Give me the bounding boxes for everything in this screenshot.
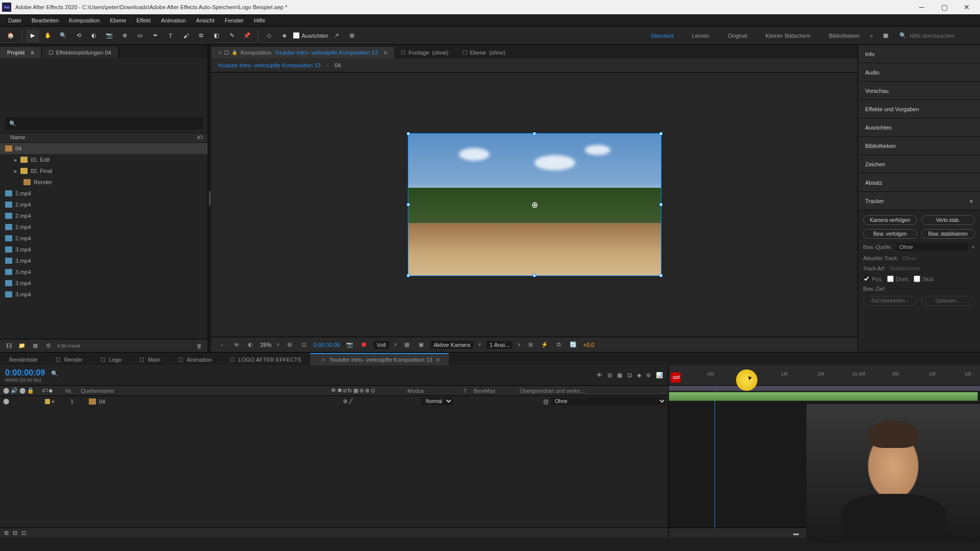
brush-tool[interactable]: 🖌 (179, 29, 192, 42)
interpret-footage-icon[interactable]: 🎞 (4, 341, 13, 350)
time-indicator-head[interactable]: :00f (671, 372, 681, 383)
collapse-transform-icon[interactable]: ⊕ (343, 398, 348, 404)
tag-icon[interactable]: 🏷 (197, 134, 203, 141)
motion-blur-icon[interactable]: ⊚ (646, 372, 651, 379)
anchor-point-icon[interactable]: ⊕ (531, 200, 538, 210)
pan-behind-tool[interactable]: ⊕ (118, 29, 131, 42)
tracker-panel-header[interactable]: Tracker ≡ (858, 192, 980, 210)
shy-icon[interactable]: 👁 (597, 372, 602, 379)
col-t[interactable]: T (460, 388, 471, 394)
shape-tool[interactable]: ▭ (133, 29, 146, 42)
project-item[interactable]: 04 (0, 143, 208, 154)
video-toggle-icon[interactable]: ⬤ (3, 387, 9, 394)
video-toggle[interactable]: ⬤ (3, 398, 9, 405)
layer-name[interactable]: 04 (99, 398, 105, 405)
panel-header[interactable]: Info (858, 45, 980, 63)
timeline-tab[interactable]: Animation (169, 354, 221, 365)
comp-tab[interactable]: ×🔒KompositionYoutube Intro- verknüpfte K… (211, 47, 394, 58)
workspace-tab[interactable]: Lernen (688, 31, 714, 41)
project-item[interactable]: 2.mp4 (0, 233, 208, 244)
timeline-tab[interactable]: ×Youtube Intro- verknüpfte Komposition 1… (310, 353, 449, 365)
workspace-tab[interactable]: Original (724, 31, 751, 41)
playhead[interactable] (715, 391, 715, 528)
timeline-tab[interactable]: Render (47, 354, 92, 365)
project-item[interactable]: ▸02. Final (0, 165, 208, 177)
zoom-level[interactable]: 25% (260, 342, 272, 348)
maximize-button[interactable]: ▢ (933, 0, 955, 14)
panel-menu-icon[interactable]: ≡ (31, 49, 34, 56)
stabilize-motion-button[interactable]: Bew. stabilisieren (921, 229, 975, 239)
workspace-tab[interactable]: Standard (647, 31, 678, 41)
eraser-tool[interactable]: ◧ (210, 29, 223, 42)
comp-tab[interactable]: Footage(ohne) (394, 47, 455, 58)
help-search[interactable]: 🔍 (894, 32, 976, 39)
expand-icon[interactable]: ▸ (14, 157, 17, 163)
orbit-tool[interactable]: ⟲ (72, 29, 85, 42)
project-tree-header[interactable]: Name 🏷 (0, 133, 208, 143)
quality-icon[interactable]: ╱ (349, 398, 353, 404)
puppet-tool[interactable]: 📌 (240, 29, 254, 42)
exposure-value[interactable]: +0,0 (583, 342, 594, 348)
toggle-switches-icon[interactable]: ⊞ (4, 530, 9, 536)
flowchart-icon[interactable]: 🔄 (569, 340, 578, 349)
project-item[interactable]: 3.mp4 (0, 266, 208, 278)
project-tab[interactable]: Effekteinstellungen 04 (42, 47, 119, 58)
panel-menu-icon[interactable]: ≡ (970, 198, 973, 204)
settings-icon[interactable]: ⚙ (44, 341, 53, 350)
channel-icon[interactable]: ⬢ (359, 340, 369, 349)
project-item[interactable]: 3.mp4 (0, 244, 208, 255)
label-color[interactable] (45, 399, 50, 404)
pen-tool[interactable]: ✒ (149, 29, 162, 42)
col-sourcename[interactable]: Quellenname (78, 388, 328, 394)
project-item[interactable]: 2.mp4 (0, 199, 208, 210)
selection-tool[interactable]: ▶ (26, 29, 39, 42)
collapse-icon[interactable]: ⊟ (607, 372, 612, 379)
snapshot-icon[interactable]: 📷 (345, 340, 354, 349)
graph-editor-icon[interactable]: 📊 (656, 372, 663, 379)
timeline-layers[interactable]: ⬤▸104⊕ ╱Normal@Ohne (0, 396, 668, 407)
label-icon[interactable]: 🏷 (42, 387, 47, 394)
rotation-checkbox[interactable]: Dreh. (887, 276, 910, 282)
roto-tool[interactable]: ✎ (225, 29, 238, 42)
project-item[interactable]: 3.mp4 (0, 289, 208, 300)
panel-header[interactable]: Vorschau (858, 82, 980, 100)
menu-datei[interactable]: Datei (3, 16, 27, 25)
menu-animation[interactable]: Animation (156, 16, 191, 25)
col-nr[interactable]: Nr. (62, 388, 78, 394)
zoom-tool[interactable]: 🔍 (57, 29, 70, 42)
rotate-tool[interactable]: ◐ (87, 29, 101, 42)
region-icon[interactable]: ▣ (416, 340, 426, 349)
hand-tool[interactable]: ✋ (41, 29, 55, 42)
res-icon[interactable]: ⊞ (285, 340, 294, 349)
panel-header[interactable]: Audio (858, 63, 980, 82)
more-workspaces-icon[interactable]: » (870, 33, 873, 39)
views-select[interactable]: 1 Ansi... (486, 341, 512, 349)
timeline-layer-row[interactable]: ⬤▸104⊕ ╱Normal@Ohne (0, 396, 668, 407)
lock-toggle-icon[interactable]: 🔒 (27, 387, 34, 394)
snap-option-2[interactable]: ⊞ (346, 29, 359, 42)
timeline-tab[interactable]: Logo (92, 354, 131, 365)
mask-icon[interactable]: 👁 (232, 340, 241, 349)
menu-fenster[interactable]: Fenster (219, 16, 249, 25)
project-item[interactable]: 2.mp4 (0, 221, 208, 233)
warp-stab-button[interactable]: Verkr.stab. (921, 215, 975, 225)
text-tool[interactable]: T (164, 29, 177, 42)
layer-clip[interactable] (669, 392, 978, 401)
position-checkbox[interactable]: Pos. (863, 276, 883, 282)
flowchart-crumb[interactable]: Youtube Intro- verknüpfte Komposition 13 (217, 62, 321, 68)
viewer-mask-icon[interactable]: ◐ (246, 340, 255, 349)
alpha-icon[interactable]: ▫ (217, 340, 227, 349)
scale-checkbox[interactable]: Skal. (914, 276, 935, 282)
new-comp-icon[interactable]: ▦ (31, 341, 40, 350)
panel-header[interactable]: Ausrichten (858, 118, 980, 137)
flowchart-crumb-current[interactable]: 04 (335, 62, 341, 68)
timeline-current-time[interactable]: 0:00:00:09 (5, 368, 45, 378)
pixel-aspect-icon[interactable]: ⊞ (526, 340, 535, 349)
panel-header[interactable]: Absatz (858, 173, 980, 192)
shy-col-icon[interactable]: 👁 (331, 387, 336, 394)
effects-icon[interactable]: ⊡ (627, 372, 632, 379)
toggle-modes-icon[interactable]: ⊟ (13, 530, 17, 536)
frame-blend-icon[interactable]: ◈ (637, 372, 641, 379)
timeline-tab[interactable]: LOGO AFTER EFFECTS (221, 354, 310, 365)
grid-icon[interactable]: ⊡ (299, 340, 308, 349)
